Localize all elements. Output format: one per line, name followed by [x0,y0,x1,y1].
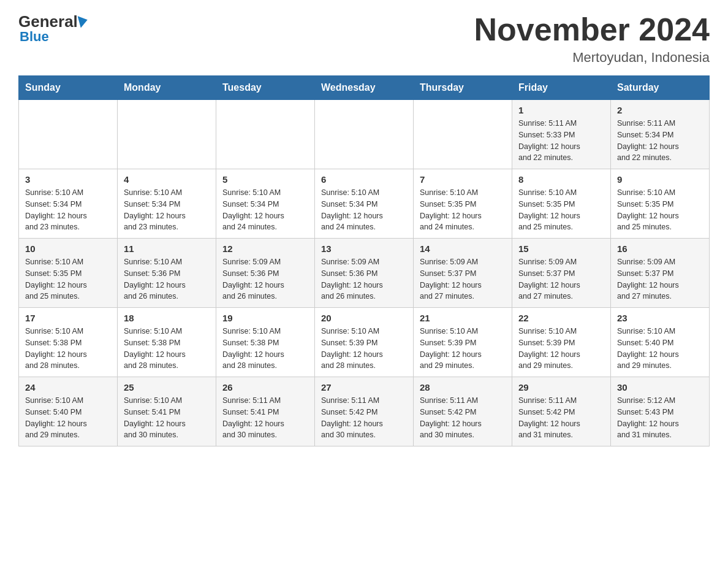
day-number: 25 [124,382,210,393]
day-info: Sunrise: 5:10 AMSunset: 5:35 PMDaylight:… [25,256,111,302]
day-number: 27 [321,382,407,393]
day-number: 9 [617,174,703,185]
calendar-cell: 21Sunrise: 5:10 AMSunset: 5:39 PMDayligh… [414,308,512,377]
day-number: 6 [321,174,407,185]
day-number: 16 [617,243,703,254]
location-subtitle: Mertoyudan, Indonesia [474,50,710,66]
day-info: Sunrise: 5:09 AMSunset: 5:37 PMDaylight:… [617,256,703,302]
week-row-1: 1Sunrise: 5:11 AMSunset: 5:33 PMDaylight… [19,100,710,169]
day-number: 5 [222,174,308,185]
day-info: Sunrise: 5:12 AMSunset: 5:43 PMDaylight:… [617,395,703,441]
calendar-cell: 2Sunrise: 5:11 AMSunset: 5:34 PMDaylight… [611,100,710,169]
week-row-2: 3Sunrise: 5:10 AMSunset: 5:34 PMDaylight… [19,169,710,239]
col-thursday: Thursday [414,76,512,100]
day-number: 18 [124,313,210,323]
day-info: Sunrise: 5:10 AMSunset: 5:39 PMDaylight:… [321,326,407,372]
calendar-cell: 14Sunrise: 5:09 AMSunset: 5:37 PMDayligh… [414,239,512,308]
calendar-cell: 4Sunrise: 5:10 AMSunset: 5:34 PMDaylight… [118,169,216,239]
calendar-cell: 7Sunrise: 5:10 AMSunset: 5:35 PMDaylight… [414,169,512,239]
calendar-cell: 29Sunrise: 5:11 AMSunset: 5:42 PMDayligh… [512,377,611,446]
calendar-table: Sunday Monday Tuesday Wednesday Thursday… [18,75,710,446]
col-friday: Friday [512,76,611,100]
calendar-cell: 30Sunrise: 5:12 AMSunset: 5:43 PMDayligh… [611,377,710,446]
day-number: 24 [25,382,111,393]
calendar-cell: 24Sunrise: 5:10 AMSunset: 5:40 PMDayligh… [19,377,118,446]
day-number: 17 [25,313,111,323]
day-number: 12 [222,243,308,254]
day-number: 26 [222,382,308,393]
day-info: Sunrise: 5:10 AMSunset: 5:35 PMDaylight:… [420,187,506,233]
calendar-header-row: Sunday Monday Tuesday Wednesday Thursday… [19,76,710,100]
day-info: Sunrise: 5:11 AMSunset: 5:34 PMDaylight:… [617,118,703,164]
calendar-cell: 20Sunrise: 5:10 AMSunset: 5:39 PMDayligh… [315,308,414,377]
week-row-4: 17Sunrise: 5:10 AMSunset: 5:38 PMDayligh… [19,308,710,377]
day-number: 29 [518,382,604,393]
day-info: Sunrise: 5:09 AMSunset: 5:36 PMDaylight:… [321,256,407,302]
calendar-cell: 16Sunrise: 5:09 AMSunset: 5:37 PMDayligh… [611,239,710,308]
calendar-cell [315,100,414,169]
day-number: 2 [617,105,703,115]
day-info: Sunrise: 5:11 AMSunset: 5:42 PMDaylight:… [420,395,506,441]
col-tuesday: Tuesday [216,76,315,100]
calendar-cell: 10Sunrise: 5:10 AMSunset: 5:35 PMDayligh… [19,239,118,308]
day-number: 8 [518,174,604,185]
week-row-3: 10Sunrise: 5:10 AMSunset: 5:35 PMDayligh… [19,239,710,308]
day-info: Sunrise: 5:10 AMSunset: 5:35 PMDaylight:… [518,187,604,233]
calendar-cell: 8Sunrise: 5:10 AMSunset: 5:35 PMDaylight… [512,169,611,239]
day-info: Sunrise: 5:10 AMSunset: 5:40 PMDaylight:… [25,395,111,441]
col-monday: Monday [118,76,216,100]
day-info: Sunrise: 5:11 AMSunset: 5:42 PMDaylight:… [518,395,604,441]
day-info: Sunrise: 5:10 AMSunset: 5:35 PMDaylight:… [617,187,703,233]
calendar-cell: 1Sunrise: 5:11 AMSunset: 5:33 PMDaylight… [512,100,611,169]
day-info: Sunrise: 5:09 AMSunset: 5:37 PMDaylight:… [518,256,604,302]
day-number: 30 [617,382,703,393]
col-wednesday: Wednesday [315,76,414,100]
day-number: 10 [25,243,111,254]
calendar-cell: 27Sunrise: 5:11 AMSunset: 5:42 PMDayligh… [315,377,414,446]
day-info: Sunrise: 5:10 AMSunset: 5:38 PMDaylight:… [124,326,210,372]
logo: General Blue [18,12,88,45]
day-info: Sunrise: 5:10 AMSunset: 5:39 PMDaylight:… [420,326,506,372]
day-number: 28 [420,382,506,393]
day-number: 21 [420,313,506,323]
calendar-cell: 22Sunrise: 5:10 AMSunset: 5:39 PMDayligh… [512,308,611,377]
logo-blue: Blue [20,29,49,45]
day-info: Sunrise: 5:10 AMSunset: 5:41 PMDaylight:… [124,395,210,441]
title-section: November 2024 Mertoyudan, Indonesia [474,12,710,66]
day-info: Sunrise: 5:11 AMSunset: 5:42 PMDaylight:… [321,395,407,441]
day-number: 15 [518,243,604,254]
day-number: 7 [420,174,506,185]
calendar-cell: 28Sunrise: 5:11 AMSunset: 5:42 PMDayligh… [414,377,512,446]
day-number: 22 [518,313,604,323]
calendar-cell [414,100,512,169]
calendar-cell: 5Sunrise: 5:10 AMSunset: 5:34 PMDaylight… [216,169,315,239]
day-number: 20 [321,313,407,323]
day-info: Sunrise: 5:10 AMSunset: 5:34 PMDaylight:… [124,187,210,233]
day-number: 3 [25,174,111,185]
calendar-cell: 13Sunrise: 5:09 AMSunset: 5:36 PMDayligh… [315,239,414,308]
day-info: Sunrise: 5:10 AMSunset: 5:36 PMDaylight:… [124,256,210,302]
calendar-cell: 12Sunrise: 5:09 AMSunset: 5:36 PMDayligh… [216,239,315,308]
day-info: Sunrise: 5:10 AMSunset: 5:40 PMDaylight:… [617,326,703,372]
day-info: Sunrise: 5:10 AMSunset: 5:34 PMDaylight:… [222,187,308,233]
calendar-cell: 23Sunrise: 5:10 AMSunset: 5:40 PMDayligh… [611,308,710,377]
day-info: Sunrise: 5:10 AMSunset: 5:34 PMDaylight:… [321,187,407,233]
col-sunday: Sunday [19,76,118,100]
calendar-cell: 3Sunrise: 5:10 AMSunset: 5:34 PMDaylight… [19,169,118,239]
calendar-cell: 18Sunrise: 5:10 AMSunset: 5:38 PMDayligh… [118,308,216,377]
day-info: Sunrise: 5:11 AMSunset: 5:33 PMDaylight:… [518,118,604,164]
day-number: 4 [124,174,210,185]
logo-arrow-icon [77,13,89,28]
page-header: General Blue November 2024 Mertoyudan, I… [18,12,710,66]
calendar-cell: 17Sunrise: 5:10 AMSunset: 5:38 PMDayligh… [19,308,118,377]
day-number: 1 [518,105,604,115]
calendar-cell: 25Sunrise: 5:10 AMSunset: 5:41 PMDayligh… [118,377,216,446]
calendar-cell: 11Sunrise: 5:10 AMSunset: 5:36 PMDayligh… [118,239,216,308]
calendar-cell: 26Sunrise: 5:11 AMSunset: 5:41 PMDayligh… [216,377,315,446]
day-info: Sunrise: 5:11 AMSunset: 5:41 PMDaylight:… [222,395,308,441]
day-number: 19 [222,313,308,323]
calendar-cell [19,100,118,169]
calendar-cell: 19Sunrise: 5:10 AMSunset: 5:38 PMDayligh… [216,308,315,377]
day-number: 13 [321,243,407,254]
day-number: 14 [420,243,506,254]
